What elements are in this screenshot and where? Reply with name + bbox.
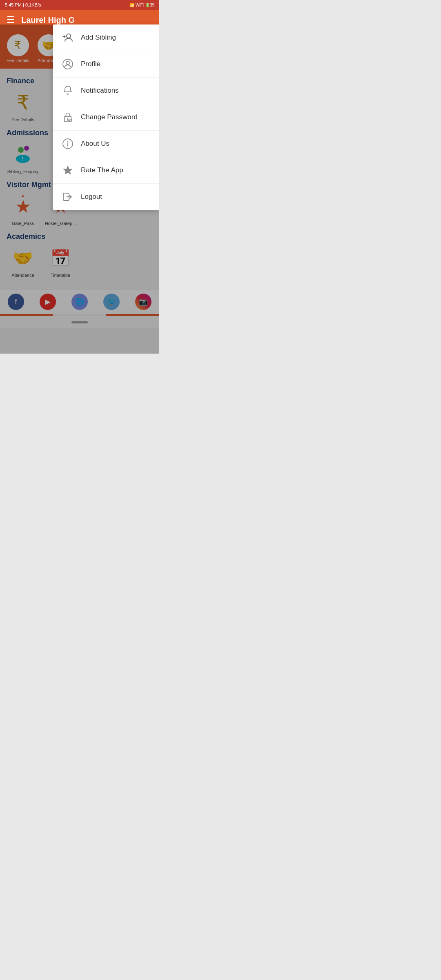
signal-icon: 📶 [129, 3, 134, 7]
logout-icon [61, 190, 74, 203]
status-right: 📶 WiFi 🔋39 [129, 3, 154, 7]
dropdown-menu: Add Sibling Profile Notifications [53, 24, 159, 210]
add-sibling-label: Add Sibling [81, 33, 116, 42]
app-title: Laurel High G [21, 16, 75, 25]
rate-app-label: Rate The App [81, 166, 123, 174]
svg-point-13 [67, 141, 68, 142]
menu-item-logout[interactable]: Logout [53, 184, 159, 210]
logout-label: Logout [81, 193, 102, 201]
lock-icon [61, 111, 74, 124]
add-sibling-icon [61, 31, 74, 44]
profile-icon [61, 58, 74, 71]
svg-point-8 [70, 119, 72, 122]
notifications-label: Notifications [81, 87, 119, 95]
battery-icon: 🔋39 [145, 3, 154, 7]
menu-item-notifications[interactable]: Notifications [53, 78, 159, 104]
menu-item-profile[interactable]: Profile [53, 51, 159, 78]
svg-point-0 [67, 34, 71, 38]
menu-item-change-password[interactable]: Change Password [53, 104, 159, 131]
wifi-icon: WiFi [136, 3, 144, 7]
bell-icon [61, 84, 74, 97]
menu-item-about-us[interactable]: About Us [53, 131, 159, 157]
svg-point-4 [66, 61, 69, 65]
menu-item-rate-app[interactable]: Rate The App [53, 157, 159, 184]
status-time: 5:45 PM | 0.1KB/s [5, 2, 41, 7]
menu-item-add-sibling[interactable]: Add Sibling [53, 24, 159, 51]
about-us-label: About Us [81, 140, 109, 148]
profile-label: Profile [81, 60, 100, 68]
change-password-label: Change Password [81, 113, 138, 121]
hamburger-menu[interactable]: ☰ [7, 15, 15, 25]
star-icon [61, 164, 74, 177]
info-icon [61, 137, 74, 150]
svg-marker-14 [63, 166, 72, 174]
status-bar: 5:45 PM | 0.1KB/s 📶 WiFi 🔋39 [0, 0, 159, 10]
